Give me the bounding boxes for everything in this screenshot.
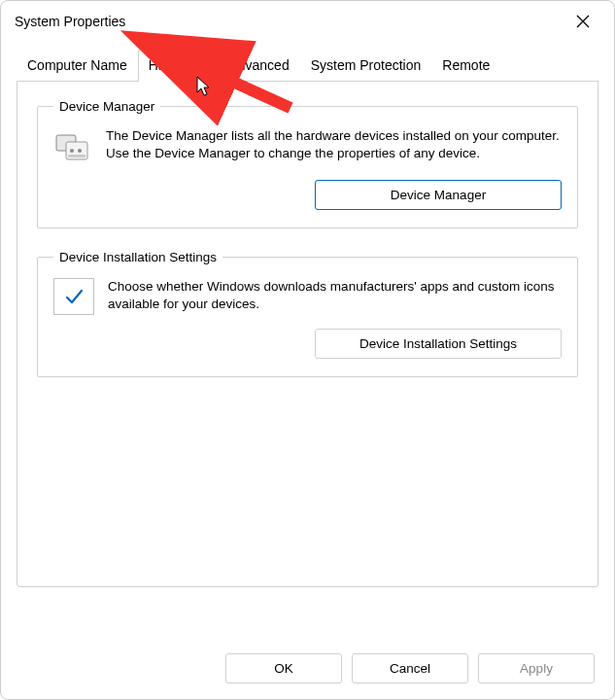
checkmark-icon: [53, 278, 94, 315]
window-title: System Properties: [15, 14, 565, 29]
tab-strip: Computer Name Hardware Advanced System P…: [17, 48, 598, 82]
device-manager-button-row: Device Manager: [53, 180, 562, 210]
svg-rect-4: [68, 155, 85, 158]
tab-advanced[interactable]: Advanced: [218, 49, 299, 82]
tab-computer-name[interactable]: Computer Name: [17, 49, 138, 82]
computer-hardware-icon: [53, 127, 92, 166]
device-manager-row: The Device Manager lists all the hardwar…: [53, 127, 562, 166]
group-device-installation-settings: Device Installation Settings Choose whet…: [37, 250, 578, 377]
install-settings-row: Choose whether Windows downloads manufac…: [53, 278, 562, 315]
tab-remote[interactable]: Remote: [431, 49, 500, 82]
ok-button[interactable]: OK: [225, 653, 342, 683]
group-install-settings-legend: Device Installation Settings: [53, 250, 222, 264]
svg-point-3: [78, 149, 82, 153]
tab-panel-hardware: Device Manager The Device Manager lists …: [17, 82, 598, 587]
tab-system-protection[interactable]: System Protection: [300, 49, 432, 82]
close-button[interactable]: [565, 8, 600, 35]
apply-button: Apply: [478, 653, 595, 683]
close-icon: [576, 15, 590, 28]
device-manager-description: The Device Manager lists all the hardwar…: [106, 127, 562, 162]
titlebar: System Properties: [1, 1, 614, 42]
tab-hardware[interactable]: Hardware: [138, 49, 219, 82]
dialog-button-row: OK Cancel Apply: [225, 653, 595, 683]
svg-point-2: [70, 149, 74, 153]
group-device-manager-legend: Device Manager: [53, 99, 160, 114]
content-area: Computer Name Hardware Advanced System P…: [1, 42, 614, 599]
device-manager-button[interactable]: Device Manager: [315, 180, 562, 210]
system-properties-window: System Properties Computer Name Hardware…: [0, 0, 615, 700]
device-installation-settings-button[interactable]: Device Installation Settings: [315, 329, 562, 359]
install-settings-button-row: Device Installation Settings: [53, 329, 562, 359]
group-device-manager: Device Manager The Device Manager lists …: [37, 99, 578, 228]
install-settings-description: Choose whether Windows downloads manufac…: [108, 278, 562, 313]
cancel-button[interactable]: Cancel: [352, 653, 468, 683]
